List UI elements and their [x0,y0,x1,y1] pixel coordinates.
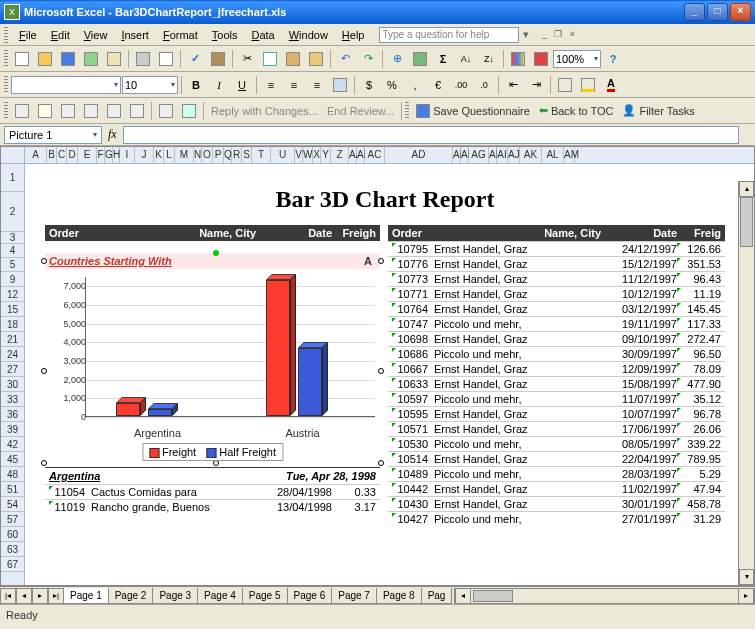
col-header-Q[interactable]: Q [224,147,232,163]
col-header-A[interactable]: A [25,147,47,163]
col-header-Y[interactable]: Y [321,147,331,163]
selection-handle[interactable] [41,460,47,466]
col-header-E[interactable]: E [78,147,97,163]
row-header-51[interactable]: 51 [1,482,24,497]
col-header-H[interactable]: H [113,147,120,163]
row-header-1[interactable]: 1 [1,164,24,192]
menu-edit[interactable]: Edit [44,27,77,43]
row-header-21[interactable]: 21 [1,332,24,347]
minimize-button[interactable]: _ [684,3,705,21]
font-size-combo[interactable]: 10▾ [122,76,178,94]
col-header-AK[interactable]: AK [520,147,542,163]
scroll-down-button[interactable]: ▾ [739,569,754,585]
selection-handle[interactable] [378,460,384,466]
tab-nav-first[interactable]: |◂ [0,588,16,604]
row-header-2[interactable]: 2 [1,192,24,232]
row-header-45[interactable]: 45 [1,452,24,467]
sheet-tab[interactable]: Page 1 [63,588,109,604]
formula-bar[interactable] [123,126,739,144]
menu-help[interactable]: Help [335,27,372,43]
row-header-5[interactable]: 5 [1,258,24,272]
row-header-3[interactable]: 3 [1,232,24,244]
scroll-thumb[interactable] [740,197,753,247]
fill-color-button[interactable] [577,74,599,96]
close-button[interactable]: × [730,3,751,21]
help-dropdown-icon[interactable]: ▾ [523,28,533,41]
toolbar-grip[interactable] [405,102,409,120]
menu-window[interactable]: Window [282,27,335,43]
row-header-57[interactable]: 57 [1,512,24,527]
open-button[interactable] [34,48,56,70]
col-header-AC[interactable]: AC [365,147,385,163]
help-button[interactable]: ? [602,48,624,70]
share-workbook-button[interactable] [178,100,200,122]
tab-nav-last[interactable]: ▸| [48,588,64,604]
sheet-tab[interactable]: Page 5 [242,588,288,604]
row-header-30[interactable]: 30 [1,377,24,392]
col-header-AH[interactable]: AH [489,147,497,163]
new-button[interactable] [11,48,33,70]
bold-button[interactable]: B [185,74,207,96]
undo-button[interactable]: ↶ [334,48,356,70]
row-header-42[interactable]: 42 [1,437,24,452]
col-header-AA[interactable]: AA [349,147,357,163]
help-search-input[interactable] [379,27,519,43]
row-header-63[interactable]: 63 [1,542,24,557]
next-comment-button[interactable] [80,100,102,122]
align-center-button[interactable]: ≡ [283,74,305,96]
row-header-54[interactable]: 54 [1,497,24,512]
sheet-canvas[interactable]: Bar 3D Chart Report Order Name, City Dat… [25,164,754,585]
borders-button[interactable] [554,74,576,96]
col-header-C[interactable]: C [57,147,67,163]
col-header-AM[interactable]: AM [564,147,575,163]
track-changes-button[interactable] [11,100,33,122]
sort-desc-button[interactable]: Z↓ [478,48,500,70]
italic-button[interactable]: I [208,74,230,96]
sheet-tab[interactable]: Page 2 [108,588,154,604]
col-header-AE[interactable]: AE [453,147,461,163]
scroll-up-button[interactable]: ▴ [739,181,754,197]
increase-indent-button[interactable]: ⇥ [525,74,547,96]
selection-handle[interactable] [378,368,384,374]
scroll-left-button[interactable]: ◂ [455,588,471,604]
toolbar-grip[interactable] [4,27,8,43]
sheet-tab[interactable]: Pag [421,588,453,604]
picture-button[interactable] [409,48,431,70]
col-header-Z[interactable]: Z [331,147,349,163]
col-header-R[interactable]: R [232,147,242,163]
scroll-right-button[interactable]: ▸ [738,588,754,604]
menu-format[interactable]: Format [156,27,205,43]
prev-comment-button[interactable] [57,100,79,122]
sheet-tab[interactable]: Page 4 [197,588,243,604]
hyperlink-button[interactable]: ⊕ [386,48,408,70]
ink-button[interactable] [126,100,148,122]
col-header-AJ[interactable]: AJ [508,147,520,163]
col-header-G[interactable]: G [105,147,113,163]
fx-label[interactable]: fx [108,127,117,142]
col-header-M[interactable]: M [175,147,194,163]
col-header-AF[interactable]: AF [461,147,469,163]
merge-center-button[interactable] [329,74,351,96]
maximize-button[interactable]: □ [707,3,728,21]
sheet-tab[interactable]: Page 7 [331,588,377,604]
col-header-AD[interactable]: AD [385,147,453,163]
new-comment-button[interactable] [34,100,56,122]
format-painter-button[interactable] [305,48,327,70]
autosum-button[interactable]: Σ [432,48,454,70]
percent-button[interactable]: % [381,74,403,96]
menu-file[interactable]: File [12,27,44,43]
toolbar-grip[interactable] [4,50,8,68]
row-header-4[interactable]: 4 [1,244,24,258]
col-header-S[interactable]: S [242,147,252,163]
selection-handle[interactable] [378,258,384,264]
horizontal-scrollbar[interactable]: ◂ ▸ [454,588,755,604]
filter-tasks-button[interactable]: 👤Filter Tasks [618,102,698,119]
chart-wizard-button[interactable] [507,48,529,70]
doc-restore-button[interactable]: ❐ [551,28,565,42]
name-box[interactable]: Picture 1▾ [4,126,102,144]
align-left-button[interactable]: ≡ [260,74,282,96]
save-button[interactable] [57,48,79,70]
doc-minimize-button[interactable]: _ [537,28,551,42]
doc-close-button[interactable]: × [565,28,579,42]
col-header-AG[interactable]: AG [469,147,489,163]
